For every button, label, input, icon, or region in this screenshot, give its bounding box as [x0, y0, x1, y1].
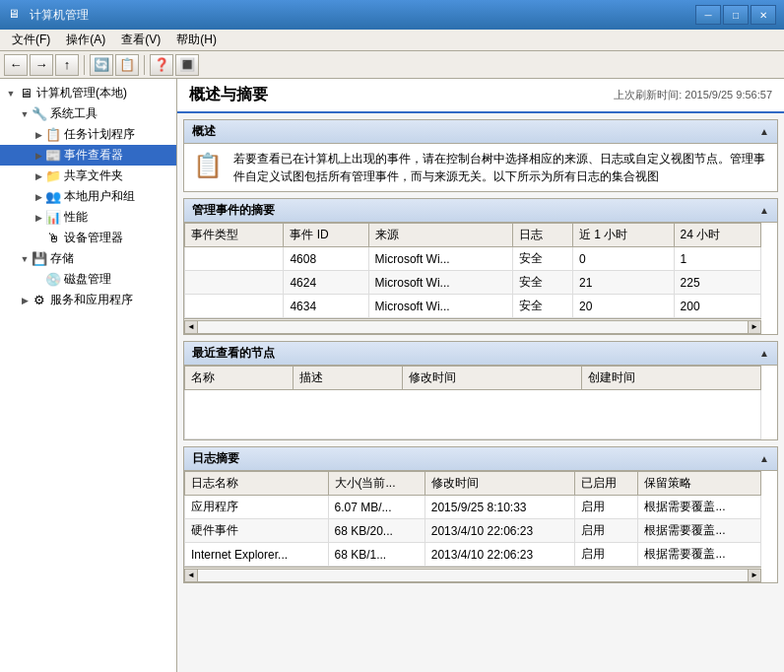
overview-row: 📋 若要查看已在计算机上出现的事件，请在控制台树中选择相应的来源、日志或自定义视…: [192, 150, 769, 185]
toolbar-export[interactable]: 📋: [115, 54, 139, 76]
expander-root: ▼: [4, 87, 18, 101]
cell-log-name: Internet Explorer...: [185, 543, 329, 567]
toolbar-sep2: [144, 55, 145, 75]
recent-empty-cell: [185, 390, 761, 439]
expander-shared-folders: ▶: [32, 169, 45, 183]
menu-file[interactable]: 文件(F): [4, 30, 58, 50]
cell-log-policy: 根据需要覆盖...: [638, 543, 761, 567]
log-summary-arrow: ▲: [759, 453, 769, 464]
sidebar-item-disk-management[interactable]: 💿 磁盘管理: [0, 269, 176, 290]
menu-action[interactable]: 操作(A): [58, 30, 113, 50]
management-table-body: 4608 Microsoft Wi... 安全 0 1 4624 Microso…: [185, 247, 761, 318]
management-hscroll: ◄ ►: [184, 318, 761, 334]
expander-performance: ▶: [32, 211, 45, 225]
log-col-name: 日志名称: [185, 472, 329, 496]
sidebar-item-system-tools[interactable]: ▼ 🔧 系统工具: [0, 103, 176, 124]
log-summary-header[interactable]: 日志摘要 ▲: [184, 447, 777, 471]
recent-nodes-label: 最近查看的节点: [192, 345, 275, 362]
table-row[interactable]: Internet Explorer... 68 KB/1... 2013/4/1…: [185, 543, 761, 567]
management-summary-header[interactable]: 管理事件的摘要 ▲: [184, 199, 777, 223]
log-summary-label: 日志摘要: [192, 450, 239, 467]
log-table: 日志名称 大小(当前... 修改时间 已启用 保留策略 应用程序 6.07 MB…: [184, 471, 761, 567]
label-local-users: 本地用户和组: [64, 188, 135, 205]
recent-table: 名称 描述 修改时间 创建时间: [184, 366, 761, 439]
expander-event-viewer: ▶: [32, 149, 45, 163]
hscroll-right[interactable]: ►: [748, 320, 761, 334]
overview-content: 📋 若要查看已在计算机上出现的事件，请在控制台树中选择相应的来源、日志或自定义视…: [184, 144, 777, 191]
expander-services: ▶: [18, 294, 32, 307]
sidebar-item-services[interactable]: ▶ ⚙ 服务和应用程序: [0, 290, 176, 310]
hscroll-track[interactable]: [198, 320, 748, 334]
log-hscroll-track[interactable]: [198, 569, 748, 582]
cell-log: 安全: [513, 295, 573, 318]
col-hour24: 24 小时: [674, 224, 760, 247]
cell-log-name: 应用程序: [185, 496, 329, 519]
log-hscroll-right[interactable]: ►: [748, 569, 761, 582]
overview-icon: 📋: [192, 150, 224, 181]
toolbar-help[interactable]: ❓: [150, 54, 173, 76]
recent-table-header-row: 名称 描述 修改时间 创建时间: [185, 367, 761, 390]
log-table-container: 日志名称 大小(当前... 修改时间 已启用 保留策略 应用程序 6.07 MB…: [184, 471, 777, 582]
sidebar-item-task-scheduler[interactable]: ▶ 📋 任务计划程序: [0, 124, 176, 145]
log-col-modified: 修改时间: [425, 472, 575, 496]
main-container: ▼ 🖥 计算机管理(本地) ▼ 🔧 系统工具 ▶ 📋 任务计划程序 ▶ 📰 事件…: [0, 79, 784, 672]
page-title: 概述与摘要: [189, 85, 268, 105]
icon-local-users: 👥: [45, 189, 61, 205]
label-storage: 存储: [50, 250, 74, 267]
label-device-manager: 设备管理器: [64, 230, 123, 246]
recent-nodes-section: 最近查看的节点 ▲ 名称 描述 修改时间 创建时间: [183, 341, 778, 440]
toolbar-back[interactable]: ←: [4, 54, 28, 76]
table-row[interactable]: 硬件事件 68 KB/20... 2013/4/10 22:06:23 启用 根…: [185, 519, 761, 543]
toolbar-properties[interactable]: 🔳: [175, 54, 199, 76]
sidebar-item-shared-folders[interactable]: ▶ 📁 共享文件夹: [0, 166, 176, 186]
close-button[interactable]: ✕: [751, 5, 776, 25]
table-row[interactable]: 应用程序 6.07 MB/... 2015/9/25 8:10:33 启用 根据…: [185, 496, 761, 519]
cell-log-size: 6.07 MB/...: [328, 496, 425, 519]
table-row[interactable]: 4634 Microsoft Wi... 安全 20 200: [185, 295, 761, 318]
sidebar-item-performance[interactable]: ▶ 📊 性能: [0, 207, 176, 228]
recent-col-created: 创建时间: [581, 367, 760, 390]
toolbar-forward[interactable]: →: [30, 54, 53, 76]
toolbar-up[interactable]: ↑: [55, 54, 79, 76]
label-system-tools: 系统工具: [50, 105, 98, 122]
management-table: 事件类型 事件 ID 来源 日志 近 1 小时 24 小时 4608 Micro…: [184, 223, 761, 318]
recent-table-container: 名称 描述 修改时间 创建时间: [184, 366, 777, 439]
menu-help[interactable]: 帮助(H): [168, 30, 225, 50]
cell-log-enabled: 启用: [575, 519, 638, 543]
management-table-container: 事件类型 事件 ID 来源 日志 近 1 小时 24 小时 4608 Micro…: [184, 223, 777, 334]
hscroll-left[interactable]: ◄: [184, 320, 198, 334]
cell-log-enabled: 启用: [575, 543, 638, 567]
label-disk-management: 磁盘管理: [64, 271, 111, 288]
minimize-button[interactable]: ─: [695, 5, 721, 25]
toolbar-sep1: [84, 55, 85, 75]
cell-log: 安全: [513, 271, 573, 295]
icon-event-viewer: 📰: [45, 148, 61, 164]
log-table-body: 应用程序 6.07 MB/... 2015/9/25 8:10:33 启用 根据…: [185, 496, 761, 567]
sidebar-item-storage[interactable]: ▼ 💾 存储: [0, 248, 176, 269]
content-header: 概述与摘要 上次刷新时间: 2015/9/25 9:56:57: [177, 79, 784, 113]
recent-nodes-header[interactable]: 最近查看的节点 ▲: [184, 342, 777, 366]
table-row[interactable]: 4624 Microsoft Wi... 安全 21 225: [185, 271, 761, 295]
sidebar-item-device-manager[interactable]: 🖱 设备管理器: [0, 228, 176, 248]
icon-services: ⚙: [32, 293, 47, 308]
label-services: 服务和应用程序: [50, 292, 133, 308]
sidebar-item-event-viewer[interactable]: ▶ 📰 事件查看器: [0, 145, 176, 166]
menu-view[interactable]: 查看(V): [113, 30, 168, 50]
icon-system-tools: 🔧: [32, 106, 47, 122]
cell-log-name: 硬件事件: [185, 519, 329, 543]
icon-task-scheduler: 📋: [45, 127, 61, 143]
recent-table-body: [185, 390, 761, 439]
log-hscroll-left[interactable]: ◄: [184, 569, 198, 582]
title-text: 计算机管理: [30, 7, 89, 24]
table-row[interactable]: 4608 Microsoft Wi... 安全 0 1: [185, 247, 761, 271]
log-col-size: 大小(当前...: [328, 472, 425, 496]
sidebar-item-local-users[interactable]: ▶ 👥 本地用户和组: [0, 186, 176, 207]
maximize-button[interactable]: □: [723, 5, 749, 25]
cell-event-type: [185, 247, 284, 271]
overview-header[interactable]: 概述 ▲: [184, 120, 777, 144]
sidebar-item-root[interactable]: ▼ 🖥 计算机管理(本地): [0, 83, 176, 103]
cell-log-policy: 根据需要覆盖...: [638, 519, 761, 543]
toolbar-refresh[interactable]: 🔄: [90, 54, 113, 76]
management-summary-section: 管理事件的摘要 ▲ 事件类型 事件 ID 来源 日志 近 1 小时 24 小时: [183, 198, 778, 335]
management-summary-arrow: ▲: [759, 205, 769, 216]
